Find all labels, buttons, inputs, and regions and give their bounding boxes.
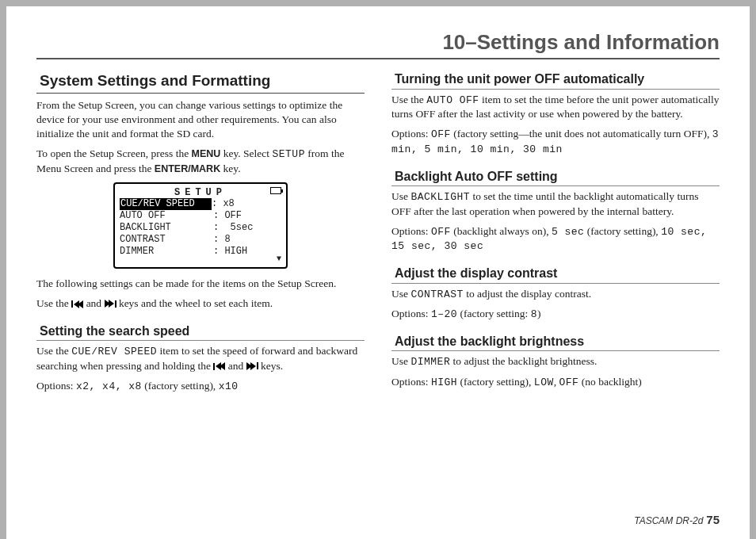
body-text: Use the and keys and the wheel to set ea… [36,296,365,311]
lcd-text: OFF [559,377,578,388]
text: and [83,297,104,309]
text: Use the [36,297,71,309]
body-text: The following settings can be made for t… [36,277,365,291]
battery-icon [270,187,281,194]
lcd-text: AUTO OFF [426,94,479,106]
lcd-text: SETUP [272,148,305,160]
lcd-value: : HIGH [213,246,247,258]
subsection-heading: Backlight Auto OFF setting [391,168,720,187]
text: Options: [391,308,431,319]
lcd-title: SETUP [174,187,227,199]
text: ) [537,308,541,319]
lcd-label: BACKLIGHT [120,222,213,234]
lcd-text: CUE/REV SPEED [71,346,157,357]
two-column-layout: System Settings and Formatting From the … [36,71,720,399]
subsection-heading: Setting the search speed [36,323,365,342]
lcd-row: BACKLIGHT: 5sec [120,222,281,234]
skip-forward-icon [246,362,258,370]
left-column: System Settings and Formatting From the … [36,71,365,399]
section-heading: System Settings and Formatting [36,71,365,94]
menu-key-label: MENU [192,148,221,159]
lcd-value: : OFF [213,210,242,222]
lcd-text: 5 sec [552,226,585,238]
lcd-value: : 8 [213,234,231,246]
lcd-text: OFF [431,226,451,238]
body-text: Options: HIGH (factory setting), LOW, OF… [391,375,720,390]
lcd-label: DIMMER [120,246,213,258]
lcd-screen: SETUP CUE/REV SPEED: x8 AUTO OFF: OFF BA… [113,182,288,269]
product-name: TASCAM DR-2d [634,515,703,526]
lcd-text: OFF [431,128,451,140]
body-text: Use the AUTO OFF item to set the time be… [391,93,720,122]
lcd-screenshot: SETUP CUE/REV SPEED: x8 AUTO OFF: OFF BA… [36,182,365,269]
chapter-title: 10–Settings and Information [36,29,720,59]
text: (backlight always on), [451,225,552,237]
skip-back-icon [213,362,225,370]
body-text: Use CONTRAST to adjust the display contr… [391,287,720,302]
lcd-row: CUE/REV SPEED: x8 [120,198,281,210]
lcd-value: : x8 [212,198,235,210]
text: Options: [391,225,431,237]
lcd-label: CUE/REV SPEED [120,198,212,210]
body-text: Use DIMMER to adjust the backlight brigh… [391,354,720,369]
text: keys and the wheel to set each item. [116,297,273,309]
body-text: Options: x2, x4, x8 (factory setting), x… [36,379,365,394]
lcd-text: 1–20 [431,308,457,320]
lcd-text: x10 [219,380,239,392]
page-footer: TASCAM DR-2d75 [634,512,720,528]
lcd-value: : 5sec [213,222,253,234]
text: to adjust the backlight brightness. [450,355,597,367]
lcd-label: AUTO OFF [120,210,213,222]
text: (factory setting: [457,308,531,319]
lcd-text: DIMMER [410,356,450,368]
right-column: Turning the unit power OFF automatically… [391,71,720,399]
lcd-text: HIGH [431,377,457,388]
text: (factory setting), [584,225,661,237]
text: (factory setting), [457,376,534,388]
text: Options: [36,380,76,392]
lcd-text: LOW [534,377,554,388]
subsection-heading: Adjust the backlight brightness [391,333,720,352]
text: keys. [258,360,284,372]
text: and [225,360,246,372]
body-text: Options: OFF (backlight always on), 5 se… [391,224,720,254]
text: Use [391,355,410,367]
lcd-text: BACKLIGHT [410,191,470,203]
lcd-text: CONTRAST [410,289,463,300]
page-number: 75 [706,513,720,526]
body-text: To open the Setup Screen, press the MENU… [36,147,365,176]
text: key. [220,162,240,174]
lcd-text: x2, x4, x8 [76,380,142,392]
text: Use the [36,345,71,357]
text: Options: [391,376,431,388]
lcd-row: AUTO OFF: OFF [120,210,281,222]
subsection-heading: Adjust the display contrast [391,265,720,284]
lcd-label: CONTRAST [120,234,213,246]
enter-key-label: ENTER/MARK [155,163,220,174]
body-text: Options: 1–20 (factory setting: 8) [391,307,720,322]
manual-page: 10–Settings and Information System Setti… [6,6,750,539]
text: Use [391,288,410,300]
body-text: From the Setup Screen, you can change va… [36,98,365,142]
lcd-row: CONTRAST: 8 [120,234,281,246]
body-text: Options: OFF (factory setting—the unit d… [391,127,720,156]
text: Options: [391,128,431,140]
skip-back-icon [71,300,83,308]
text: Use [391,190,410,202]
body-text: Use BACKLIGHT to set the time until the … [391,189,720,219]
text: To open the Setup Screen, press the [36,147,192,159]
body-text: Use the CUE/REV SPEED item to set the sp… [36,344,365,373]
text: key. Select [220,147,272,159]
text: Use the [391,94,426,105]
text: (factory setting—the unit does not autom… [451,128,712,140]
subsection-heading: Turning the unit power OFF automatically [391,71,720,90]
text: to adjust the display contrast. [464,288,591,300]
text: (no backlight) [578,376,641,388]
lcd-text: 8 [531,308,537,320]
text: (factory setting), [142,380,219,392]
skip-forward-icon [105,300,116,308]
